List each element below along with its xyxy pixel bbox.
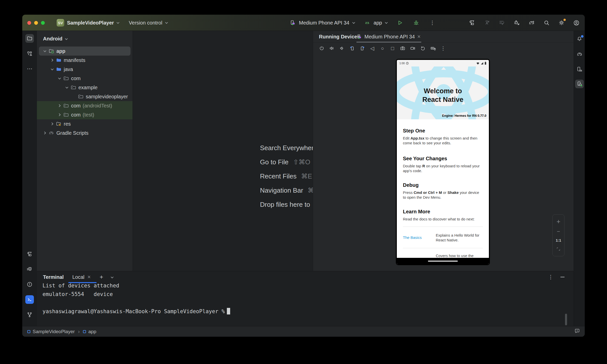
emulator-screen[interactable]: 1:00 [397,60,489,264]
more-tool-windows-button[interactable]: ⋯ [25,64,34,73]
hardware-input-button[interactable] [428,46,438,51]
device-more-actions-button[interactable]: ⋮ [438,45,448,51]
terminal-options-button[interactable]: ⋮ [548,275,553,280]
volume-up-button[interactable] [327,46,337,51]
version-control-tool-button[interactable] [25,310,34,319]
tree-row-samplevideoplayer[interactable]: samplevideoplayer [37,92,133,101]
more-actions-button[interactable]: ⋮ [429,19,436,26]
device-manager-tool-button[interactable] [575,65,584,74]
device-tab[interactable]: Medium Phone API 34 × [356,31,421,42]
gradle-sync-icon[interactable] [528,19,535,26]
chevron-collapsed-icon[interactable] [58,104,60,107]
restart-button[interactable] [418,46,428,51]
settings-icon[interactable] [558,19,565,26]
project-view-selector[interactable]: Android [43,36,67,42]
chevron-collapsed-icon[interactable] [50,122,53,125]
chevron-collapsed-icon[interactable] [43,131,46,134]
section-body: Edit App.tsx to change this screen and t… [403,136,483,145]
overview-button[interactable]: □ [387,46,398,51]
tree-row-res[interactable]: res [37,119,133,128]
status-bar: SampleVideoPlayer › app [22,326,585,337]
profile-icon[interactable] [573,19,580,26]
debug-button[interactable] [413,19,419,26]
project-widget[interactable]: SV SampleVideoPlayer Version control [57,15,167,31]
doc-link[interactable] [403,253,436,258]
chevron-collapsed-icon[interactable] [50,59,53,61]
tree-row-manifests[interactable]: manifests [37,56,133,65]
rotate-right-button[interactable] [357,46,367,51]
build-tool-button[interactable] [25,250,34,258]
logcat-tool-button[interactable] [25,265,34,274]
divider [403,248,483,248]
terminal-scrollbar[interactable] [565,314,567,325]
tree-row-java[interactable]: java [37,65,133,74]
terminal-dropdown-icon[interactable] [111,276,114,278]
build-icon[interactable] [469,19,475,26]
wifi-icon [476,62,480,65]
tree-row-com-androidtest[interactable]: com (androidTest) [37,101,133,110]
rotate-left-button[interactable] [347,46,357,51]
run-button[interactable] [397,19,403,26]
chevron-collapsed-icon[interactable] [58,113,60,116]
zoom-out-button[interactable]: − [557,229,560,234]
module-folder-icon [49,48,54,54]
home-button[interactable]: ○ [377,46,387,51]
zoom-in-button[interactable]: + [556,218,560,225]
tree-row-app[interactable]: app [39,47,131,56]
power-button[interactable] [317,46,327,51]
hide-panel-button[interactable] [560,277,565,277]
doc-link[interactable]: The Basics [403,233,436,242]
main-panels: Android app [37,31,574,271]
breadcrumb-project[interactable]: SampleVideoPlayer [33,329,75,334]
shortcut-row: Search Everywhere [260,143,313,153]
volume-down-button[interactable] [337,46,347,51]
search-everywhere-icon[interactable] [543,19,550,26]
tree-item-label: com [71,103,81,109]
back-button[interactable]: ◁ [367,45,377,51]
screen-record-button[interactable] [408,46,418,51]
event-log-button[interactable] [574,328,580,335]
zoom-to-fit-button[interactable] [556,246,561,253]
device-selector[interactable]: Medium Phone API 34 [299,20,349,26]
close-tab-icon[interactable]: × [88,274,91,280]
ai-assistant-icon[interactable] [484,19,490,26]
device-tab-icon [356,34,362,39]
run-configuration-selector[interactable]: app [374,20,382,26]
shortcut-label: Drop files here to [260,201,310,209]
minimize-window-button[interactable] [34,21,38,25]
attach-debugger-icon[interactable] [513,19,520,26]
chevron-expanded-icon[interactable] [51,67,54,70]
status-bar-right [574,328,580,335]
close-window-button[interactable] [27,21,31,25]
gradle-tool-button[interactable] [575,50,584,58]
project-tool-button[interactable] [25,34,34,43]
close-tab-icon[interactable]: × [417,34,421,39]
breadcrumb-module[interactable]: app [88,329,96,334]
resource-manager-tool-button[interactable] [25,49,34,58]
home-indicator[interactable] [428,261,458,262]
doc-link-description: Explains a Hello World for React Native. [436,233,483,242]
terminal-cursor [227,308,230,314]
problems-tool-button[interactable] [25,280,34,289]
notifications-tool-button[interactable] [575,35,584,43]
tree-item-label: example [78,85,98,90]
chevron-expanded-icon[interactable] [44,49,46,52]
divider [403,226,483,227]
rollback-icon[interactable] [498,19,505,26]
tree-row-com-test[interactable]: com (test) [37,110,133,119]
package-icon [78,94,83,99]
tree-item-label: manifests [64,57,85,63]
tree-row-example[interactable]: example [37,83,133,92]
tree-row-gradle-scripts[interactable]: Gradle Scripts [37,128,133,138]
screenshot-button[interactable] [398,46,408,51]
running-devices-tool-button[interactable] [575,80,584,88]
zoom-actual-size-button[interactable]: 1:1 [556,238,561,242]
terminal-tool-button[interactable] [25,295,34,304]
chevron-expanded-icon[interactable] [66,86,68,88]
zoom-window-button[interactable] [41,21,45,25]
chevron-expanded-icon[interactable] [58,77,61,79]
vcs-widget[interactable]: Version control [129,20,162,26]
doc-link-row: Covers how to use the [403,253,483,258]
package-icon [63,103,69,108]
tree-row-com[interactable]: com [37,74,133,83]
